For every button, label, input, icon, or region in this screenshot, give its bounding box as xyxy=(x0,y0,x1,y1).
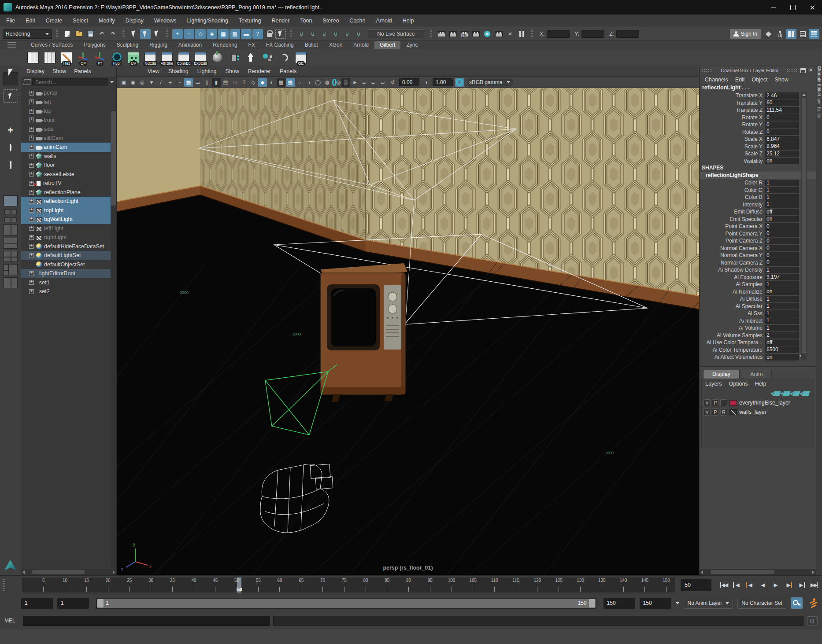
select-tool[interactable] xyxy=(3,72,18,85)
play-forwards-button[interactable]: ▶ xyxy=(770,578,781,592)
viewport-scene[interactable]: 2000 1000 1000 y x z persp (rs_floor_01) xyxy=(117,88,699,575)
open-scene[interactable] xyxy=(74,29,84,39)
layer-color-swatch[interactable] xyxy=(729,400,737,406)
select-by-hierarchy[interactable] xyxy=(129,29,139,39)
channel-row[interactable]: Normal Camera Y 0 xyxy=(700,252,816,259)
paint-select-tool[interactable] xyxy=(3,107,18,120)
scroll-left-icon[interactable] xyxy=(701,570,703,574)
channel-value-field[interactable]: 1 xyxy=(765,281,799,288)
panel-drag-handle[interactable] xyxy=(702,69,712,72)
channel-value-field[interactable]: 1 xyxy=(765,194,799,201)
layer-editor-menu[interactable]: Help xyxy=(755,381,766,387)
select-highlight-icon[interactable]: ► xyxy=(351,78,359,87)
lock-selection[interactable] xyxy=(264,29,274,39)
grease-pencil-icon[interactable]: / xyxy=(156,78,165,87)
channel-box-menu[interactable]: Object xyxy=(752,77,767,83)
history-shelf-icon[interactable]: Hist xyxy=(59,50,74,65)
undo[interactable]: ↶ xyxy=(96,29,107,39)
menu-item[interactable]: Modify xyxy=(99,18,115,24)
channel-value-field[interactable]: 6.847 xyxy=(765,136,799,143)
channel-value-field[interactable]: 0 xyxy=(765,238,799,244)
expand-icon[interactable] xyxy=(29,154,34,158)
channel-row[interactable]: Ai Normalize on xyxy=(700,288,816,296)
shelf-tab[interactable]: Gilbert xyxy=(374,41,400,49)
y-coord-input[interactable] xyxy=(581,30,604,38)
gamma-field[interactable]: 1.00 xyxy=(433,78,453,86)
layout-single-pane[interactable] xyxy=(4,195,18,206)
expand-icon[interactable] xyxy=(29,289,34,294)
outliner-scrollbar[interactable] xyxy=(111,110,116,569)
expand-icon[interactable] xyxy=(29,235,34,240)
layout-four-panes[interactable] xyxy=(4,251,18,262)
menu-item[interactable]: Lighting/Shading xyxy=(187,18,228,24)
layer-display-mode-toggle[interactable]: R xyxy=(720,408,727,416)
menu-item[interactable]: Arnold xyxy=(376,18,392,24)
walls_layer[interactable]: V P R walls_layer xyxy=(702,408,814,417)
expand-icon[interactable] xyxy=(29,217,34,222)
safe-title-icon[interactable]: T xyxy=(240,78,248,87)
range-start-handle[interactable] xyxy=(97,599,104,607)
channel-value-field[interactable]: off xyxy=(765,209,799,215)
pause-viewport[interactable] xyxy=(516,29,527,39)
shape-node-name[interactable]: reflectionLightShape xyxy=(700,172,816,179)
everythingElse_layer[interactable]: V P everythingElse_layer xyxy=(702,398,814,408)
expand-icon[interactable] xyxy=(29,127,34,132)
render-settings[interactable] xyxy=(470,29,481,39)
viewport-menu[interactable]: View xyxy=(148,68,159,74)
select-by-object[interactable] xyxy=(140,29,151,39)
channel-box-menu[interactable]: Edit xyxy=(735,77,745,83)
gate-mask-icon[interactable]: ▮ xyxy=(212,78,221,87)
channel-row[interactable]: Rotate X 0 xyxy=(700,114,816,121)
animation-start-field[interactable]: 1 xyxy=(21,598,53,609)
launch-arnold[interactable]: ✕ xyxy=(505,29,515,39)
camera-aim-icon[interactable]: ◉ xyxy=(129,78,137,87)
outliner-item[interactable]: front xyxy=(21,116,116,125)
layer-playback-toggle[interactable]: P xyxy=(712,408,719,416)
expand-icon[interactable] xyxy=(29,280,34,285)
color-management[interactable] xyxy=(482,29,492,39)
attribute-spreadsheet-shelf-icon[interactable]: AttrShe xyxy=(159,50,174,65)
channel-value-field[interactable]: 0 xyxy=(765,121,799,128)
viewport-menu[interactable]: Renderer xyxy=(248,68,271,74)
menu-item[interactable]: Help xyxy=(403,18,414,24)
channel-value-field[interactable]: 8.964 xyxy=(765,143,799,150)
channel-value-field[interactable]: 25.12 xyxy=(765,151,799,157)
magnet-center-snap[interactable]: ∪ xyxy=(330,29,341,39)
expand-icon[interactable] xyxy=(29,145,34,150)
layer-color-swatch[interactable] xyxy=(729,409,737,415)
joint-shelf-icon[interactable] xyxy=(226,50,241,65)
outliner-menu[interactable]: Show xyxy=(52,68,66,74)
channel-row[interactable]: Color G 1 xyxy=(700,187,816,194)
gamma-icon[interactable] xyxy=(422,78,430,87)
channel-value-field[interactable]: on xyxy=(765,354,799,361)
outliner-item[interactable]: defaultHideFaceDataSet xyxy=(21,242,116,251)
animation-end-field[interactable]: 150 xyxy=(640,598,671,609)
group-grip[interactable] xyxy=(290,29,292,38)
expand-icon[interactable] xyxy=(29,226,34,231)
rotate-tool[interactable] xyxy=(3,141,18,154)
layer-playback-toggle[interactable]: P xyxy=(712,399,719,406)
outliner-item[interactable]: animCam xyxy=(21,143,116,152)
channel-row[interactable]: Intensity 1 xyxy=(700,201,816,209)
shelf-tab[interactable]: Sculpting xyxy=(111,41,144,49)
expand-icon[interactable] xyxy=(29,208,34,213)
use-all-lights-icon[interactable]: ☼ xyxy=(295,78,304,87)
shelf-tab[interactable]: Polygons xyxy=(78,41,111,49)
channel-value-field[interactable]: on xyxy=(765,288,799,295)
outliner-item[interactable]: defaultObjectSet xyxy=(21,260,116,269)
menu-item[interactable]: Render xyxy=(271,18,289,24)
channel-row[interactable]: Translate Y 60 xyxy=(700,99,816,107)
curve-shelf-icon[interactable] xyxy=(277,50,292,65)
scroll-left-icon[interactable] xyxy=(22,570,25,574)
expand-icon[interactable] xyxy=(29,190,34,195)
outliner-item[interactable]: rightLight xyxy=(21,233,116,242)
channel-box-scrollbar[interactable] xyxy=(801,92,807,361)
lasso-tool[interactable] xyxy=(3,89,18,103)
snap-to-curves[interactable]: ~ xyxy=(184,29,194,39)
search-options-caret-icon[interactable] xyxy=(110,81,114,83)
channel-row[interactable]: Scale Z 25.12 xyxy=(700,150,816,158)
channel-row[interactable]: Scale Y 8.964 xyxy=(700,143,816,151)
grid-toggle-icon[interactable]: ▦ xyxy=(184,78,193,87)
snap-to-grids[interactable]: + xyxy=(172,29,183,39)
menu-item[interactable]: Texturing xyxy=(239,18,261,24)
